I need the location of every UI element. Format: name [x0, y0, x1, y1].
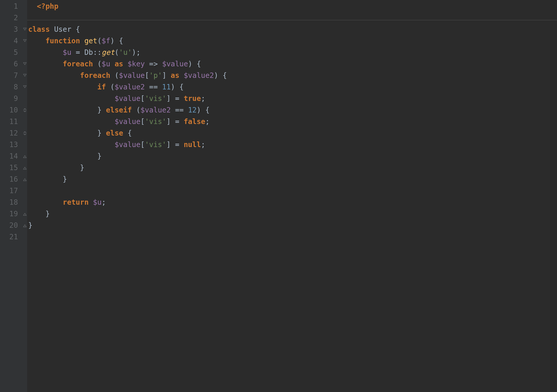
- line-number: 10: [0, 104, 18, 116]
- paren: (: [136, 106, 140, 114]
- code-line[interactable]: [28, 231, 557, 243]
- variable: $u: [63, 48, 71, 57]
- code-line[interactable]: foreach ($value['p'] as $value2) {: [28, 70, 557, 81]
- fold-slot: [23, 116, 27, 127]
- fold-mid-icon[interactable]: [23, 127, 27, 139]
- paren: (: [106, 83, 115, 91]
- fold-open-icon[interactable]: [23, 58, 27, 70]
- line-number: 20: [0, 220, 18, 231]
- paren: (: [115, 48, 119, 57]
- fold-close-icon[interactable]: [23, 162, 27, 173]
- code-line[interactable]: return $u;: [28, 197, 557, 208]
- code-line[interactable]: }: [28, 208, 557, 220]
- code-line[interactable]: [28, 185, 557, 197]
- line-number: 1: [0, 1, 18, 12]
- fold-slot: [23, 231, 27, 243]
- line-number: 15: [0, 162, 18, 173]
- fold-close-icon[interactable]: [23, 220, 27, 231]
- keyword-foreach: foreach: [63, 60, 93, 68]
- fold-mid-icon[interactable]: [23, 104, 27, 116]
- code-line[interactable]: }: [28, 173, 557, 185]
- line-number: 5: [0, 47, 18, 58]
- paren-brace: ) {: [197, 106, 210, 114]
- line-number: 17: [0, 185, 18, 197]
- code-line[interactable]: $value['vis'] = true;: [28, 93, 557, 104]
- variable: $value2: [184, 71, 214, 80]
- variable: $value: [115, 94, 140, 103]
- fold-open-icon[interactable]: [23, 70, 27, 81]
- line-number: 14: [0, 150, 18, 162]
- keyword-null: null: [184, 140, 201, 149]
- variable: $f: [102, 37, 110, 45]
- bracket: [: [140, 140, 145, 149]
- variable: $value2: [115, 83, 145, 91]
- code-content[interactable]: <?php class User { function get($f) { $u…: [27, 0, 557, 392]
- fold-slot: [23, 47, 27, 58]
- brace: }: [45, 210, 50, 218]
- operator: =: [71, 48, 85, 57]
- brace: {: [128, 129, 132, 137]
- line-number: 21: [0, 231, 18, 243]
- variable: $value2: [140, 106, 171, 114]
- code-line[interactable]: <?php: [28, 1, 557, 12]
- fold-open-icon[interactable]: [23, 24, 27, 35]
- code-line[interactable]: class User {: [28, 24, 557, 35]
- code-line[interactable]: [28, 12, 557, 24]
- line-number: 16: [0, 173, 18, 185]
- code-line[interactable]: }: [28, 162, 557, 173]
- code-line[interactable]: }: [28, 220, 557, 231]
- variable: $value: [115, 140, 140, 149]
- operator: =: [171, 140, 184, 149]
- operator: ==: [171, 106, 188, 114]
- line-number: 9: [0, 93, 18, 104]
- code-line[interactable]: function get($f) {: [28, 35, 557, 47]
- line-number: 11: [0, 116, 18, 127]
- semicolon: ;: [102, 198, 106, 207]
- code-editor: 1 2 3 4 5 6 7 8 9 10 11 12 13 14 15 16 1…: [0, 0, 557, 392]
- operator: =: [171, 94, 184, 103]
- number-literal: 11: [162, 83, 171, 91]
- class-name: User: [54, 25, 71, 34]
- semicolon: ;: [201, 94, 205, 103]
- code-line[interactable]: } else {: [28, 127, 557, 139]
- variable: $value: [119, 71, 145, 80]
- fold-close-icon[interactable]: [23, 208, 27, 220]
- fold-close-icon[interactable]: [23, 173, 27, 185]
- code-line[interactable]: }: [28, 150, 557, 162]
- method-call: get: [102, 48, 115, 57]
- php-open-tag: <?php: [37, 2, 58, 11]
- code-line[interactable]: if ($value2 == 11) {: [28, 81, 557, 93]
- keyword-function: function: [45, 37, 80, 45]
- fold-open-icon[interactable]: [23, 81, 27, 93]
- code-line[interactable]: $u = Db::get('u');: [28, 47, 557, 58]
- line-number: 3: [0, 24, 18, 35]
- fold-close-icon[interactable]: [23, 150, 27, 162]
- paren-brace: ) {: [110, 37, 123, 45]
- paren-brace: ) {: [188, 60, 201, 68]
- line-number: 6: [0, 58, 18, 70]
- fold-gutter: [23, 0, 27, 392]
- fold-slot: [23, 12, 27, 24]
- line-number: 7: [0, 70, 18, 81]
- code-line[interactable]: $value['vis'] = false;: [28, 116, 557, 127]
- line-number: 8: [0, 81, 18, 93]
- brace: }: [97, 129, 102, 137]
- keyword-true: true: [184, 94, 201, 103]
- bracket: ]: [166, 94, 171, 103]
- line-number: 13: [0, 139, 18, 150]
- semicolon: ;: [205, 117, 210, 126]
- keyword-as: as: [166, 71, 183, 80]
- brace: }: [28, 221, 33, 230]
- code-line[interactable]: foreach ($u as $key => $value) {: [28, 58, 557, 70]
- line-number: 2: [0, 12, 18, 24]
- code-line[interactable]: $value['vis'] = null;: [28, 139, 557, 150]
- paren-brace: ) {: [214, 71, 227, 80]
- arrow-operator: =>: [145, 60, 162, 68]
- semicolon: ;: [201, 140, 205, 149]
- fold-slot: [23, 139, 27, 150]
- operator: =: [171, 117, 184, 126]
- code-line[interactable]: } elseif ($value2 == 12) {: [28, 104, 557, 116]
- bracket: ]: [166, 140, 171, 149]
- variable: $u: [89, 198, 102, 207]
- fold-open-icon[interactable]: [23, 35, 27, 47]
